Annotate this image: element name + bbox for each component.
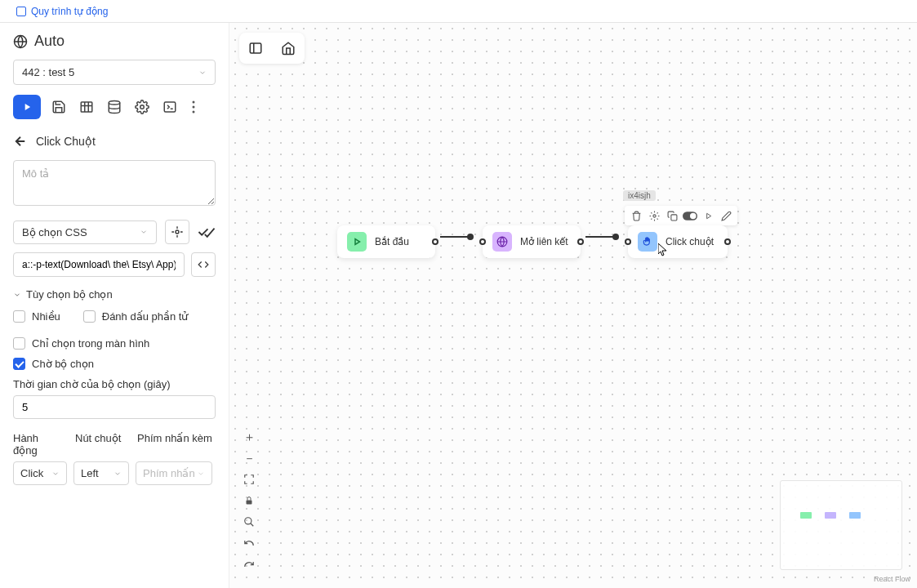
output-port[interactable] — [432, 238, 438, 245]
pointer-icon — [638, 232, 657, 252]
tab-label: Quy trình tự động — [31, 6, 108, 17]
fit-view-button[interactable] — [239, 470, 259, 488]
node-click-mouse[interactable]: Click chuột — [628, 225, 728, 258]
canvas-top-controls — [239, 33, 305, 64]
chevron-down-icon — [114, 470, 122, 478]
settings-button[interactable] — [132, 97, 152, 117]
checkbox[interactable] — [13, 337, 25, 350]
terminal-button[interactable] — [160, 97, 180, 117]
react-flow-attribution: React Flow — [874, 575, 910, 583]
flow-canvas[interactable]: Bắt đầu Mở liên kết ix4isjh — [229, 23, 917, 588]
zoom-out-button[interactable]: － — [239, 449, 259, 467]
wait-time-label: Thời gian chờ của bộ chọn (giây) — [13, 378, 216, 390]
undo-button[interactable] — [239, 534, 259, 552]
output-port[interactable] — [577, 238, 584, 245]
selector-type-select[interactable]: Bộ chọn CSS — [13, 220, 157, 244]
canvas-zoom-controls: ＋ － — [239, 428, 259, 573]
mouse-button-select[interactable]: Left — [73, 461, 129, 485]
run-button[interactable] — [13, 95, 41, 119]
tab-automation[interactable]: Quy trình tự động — [8, 2, 116, 20]
target-picker-button[interactable] — [165, 220, 189, 244]
minimap[interactable] — [780, 480, 902, 570]
globe-icon — [492, 232, 512, 252]
svg-point-3 — [140, 105, 145, 109]
svg-point-2 — [109, 101, 120, 105]
delete-node-button[interactable] — [629, 208, 643, 223]
node-toggle-button[interactable] — [683, 208, 697, 223]
tab-bar: Quy trình tự động — [0, 0, 917, 23]
action-labels: Hành động Nút chuột Phím nhấn kèm — [13, 432, 216, 457]
chevron-down-icon — [140, 228, 148, 236]
chevron-down-icon — [197, 470, 205, 478]
checkbox[interactable] — [83, 310, 96, 323]
sidebar: Auto 442 : test 5 — [0, 23, 229, 588]
svg-point-8 — [176, 230, 179, 234]
node-label: Click chuột — [665, 236, 714, 247]
svg-point-14 — [690, 212, 697, 219]
table-button[interactable] — [77, 97, 96, 117]
svg-rect-1 — [81, 102, 92, 112]
lock-button[interactable] — [239, 492, 259, 510]
node-edit-button[interactable] — [719, 208, 733, 223]
node-run-button[interactable] — [701, 208, 715, 223]
verify-button[interactable] — [198, 225, 216, 238]
option-wait-selector[interactable]: Chờ bộ chọn — [13, 358, 216, 370]
chevron-down-icon — [198, 69, 207, 77]
search-button[interactable] — [239, 513, 259, 531]
toggle-sidebar-button[interactable] — [239, 33, 272, 64]
action-select[interactable]: Click — [13, 461, 67, 485]
minimap-node — [825, 512, 836, 519]
modifier-keys-select[interactable]: Phím nhấn — [136, 461, 212, 485]
save-button[interactable] — [49, 97, 69, 117]
svg-rect-12 — [670, 214, 676, 220]
play-icon — [21, 101, 33, 113]
back-icon[interactable] — [13, 134, 28, 149]
svg-rect-15 — [247, 501, 252, 505]
canvas-container: Bắt đầu Mở liên kết ix4isjh — [229, 23, 917, 588]
selector-input[interactable] — [13, 252, 185, 277]
workflow-select[interactable]: 442 : test 5 — [13, 60, 216, 85]
wait-time-input[interactable] — [13, 395, 216, 419]
output-port[interactable] — [724, 238, 731, 245]
input-port[interactable] — [479, 238, 486, 245]
checkbox-checked[interactable] — [13, 358, 25, 370]
svg-point-5 — [193, 101, 195, 104]
globe-icon — [13, 34, 28, 49]
node-label: Mở liên kết — [520, 236, 568, 247]
input-port[interactable] — [625, 238, 631, 245]
svg-point-7 — [193, 111, 195, 114]
database-button[interactable] — [105, 97, 124, 117]
minimap-node — [800, 512, 812, 519]
node-id-badge: ix4isjh — [623, 190, 656, 201]
svg-point-11 — [652, 214, 655, 216]
node-panel-header: Click Chuột — [13, 134, 216, 149]
zoom-in-button[interactable]: ＋ — [239, 428, 259, 446]
svg-point-6 — [193, 106, 195, 109]
node-settings-button[interactable] — [647, 208, 661, 223]
option-mark-element[interactable]: Đánh dấu phần tử — [83, 310, 189, 323]
selector-options-toggle[interactable]: Tùy chọn bộ chọn — [13, 288, 216, 301]
node-open-link[interactable]: Mở liên kết — [483, 225, 581, 258]
minimap-node — [849, 512, 861, 519]
option-visible-only[interactable]: Chỉ chọn trong màn hình — [13, 337, 216, 350]
home-button[interactable] — [272, 33, 305, 64]
workspace-title: Auto — [13, 33, 216, 50]
flow-edge[interactable] — [440, 236, 470, 238]
chevron-down-icon — [13, 291, 21, 299]
checkbox[interactable] — [13, 310, 25, 323]
more-button[interactable] — [188, 97, 199, 117]
description-input[interactable] — [13, 160, 216, 206]
play-icon — [347, 232, 367, 252]
node-toolbar — [625, 206, 737, 225]
node-label: Bắt đầu — [375, 236, 409, 247]
node-start[interactable]: Bắt đầu — [337, 225, 435, 258]
option-multiple[interactable]: Nhiều — [13, 310, 60, 323]
selector-code-button[interactable] — [191, 252, 216, 277]
chevron-down-icon — [51, 470, 60, 478]
sidebar-toolbar — [13, 95, 216, 119]
redo-button[interactable] — [239, 555, 259, 573]
node-copy-button[interactable] — [665, 208, 679, 223]
svg-rect-9 — [250, 43, 261, 53]
flow-edge[interactable] — [585, 236, 615, 238]
svg-point-16 — [245, 518, 252, 524]
